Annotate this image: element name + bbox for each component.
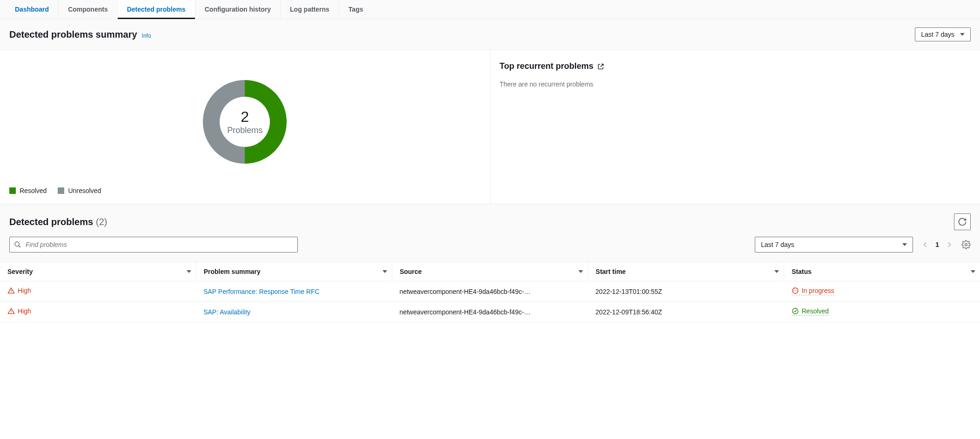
list-title-text: Detected problems xyxy=(9,217,93,227)
list-count: (2) xyxy=(96,217,107,227)
search-wrap xyxy=(9,237,298,253)
col-problem-summary[interactable]: Problem summary xyxy=(196,262,392,281)
donut-chart: 2 Problems xyxy=(9,61,481,182)
tabs-bar: Dashboard Components Detected problems C… xyxy=(0,0,980,19)
severity-text: High xyxy=(18,307,31,315)
recurrent-panel: Top recurrent problems There are no recu… xyxy=(490,50,980,204)
start-time-text: 2022-12-09T18:56:40Z xyxy=(596,308,662,316)
recurrent-title: Top recurrent problems xyxy=(500,61,971,71)
chevron-down-icon xyxy=(902,243,907,246)
swatch-unresolved xyxy=(58,187,64,194)
refresh-icon xyxy=(958,217,967,226)
list-title: Detected problems (2) xyxy=(9,217,107,227)
sort-icon xyxy=(774,270,779,273)
in-progress-icon xyxy=(792,287,799,294)
status-badge: In progress xyxy=(792,287,834,295)
source-text: netweavercomponent-HE4-9da46bcb-f49c-… xyxy=(399,288,530,295)
info-link[interactable]: Info xyxy=(142,33,151,39)
col-status-label: Status xyxy=(792,268,812,275)
svg-point-11 xyxy=(11,313,11,313)
legend-unresolved-label: Unresolved xyxy=(68,187,101,194)
table-row: High SAP Performance: Response Time RFC … xyxy=(0,281,980,302)
source-text: netweavercomponent-HE4-9da46bcb-f49c-… xyxy=(399,308,530,316)
start-time-text: 2022-12-13T01:00:55Z xyxy=(596,288,662,295)
status-badge: Resolved xyxy=(792,307,829,316)
sort-icon xyxy=(971,270,975,273)
col-source[interactable]: Source xyxy=(392,262,588,281)
svg-point-9 xyxy=(796,290,797,291)
list-header-row: Detected problems (2) xyxy=(9,213,971,230)
table-header-row: Severity Problem summary Source Start ti… xyxy=(0,262,980,281)
list-section: Detected problems (2) Last 7 days 1 xyxy=(0,204,980,262)
tab-detected-problems[interactable]: Detected problems xyxy=(118,0,195,19)
sort-icon xyxy=(383,270,387,273)
svg-point-8 xyxy=(795,290,796,291)
severity-badge: High xyxy=(7,307,31,315)
table-settings-button[interactable] xyxy=(961,240,971,249)
legend-resolved: Resolved xyxy=(9,187,47,194)
page-next-button[interactable] xyxy=(945,240,954,249)
problem-summary-link[interactable]: SAP: Availability xyxy=(203,308,250,316)
status-text: In progress xyxy=(802,287,834,294)
warning-icon xyxy=(7,307,15,315)
legend-unresolved: Unresolved xyxy=(58,187,101,194)
search-input[interactable] xyxy=(9,237,298,253)
col-source-label: Source xyxy=(400,268,422,275)
donut-panel: 2 Problems Resolved Unresolved xyxy=(0,50,490,204)
list-time-range-label: Last 7 days xyxy=(761,241,794,248)
page-number: 1 xyxy=(935,241,939,248)
problem-summary-link[interactable]: SAP Performance: Response Time RFC xyxy=(203,288,320,295)
tab-log-patterns[interactable]: Log patterns xyxy=(281,0,339,19)
time-range-dropdown[interactable]: Last 7 days xyxy=(915,27,971,41)
search-icon xyxy=(14,241,21,248)
external-link-icon[interactable] xyxy=(597,63,604,70)
chart-legend: Resolved Unresolved xyxy=(9,182,481,194)
tab-tags[interactable]: Tags xyxy=(339,0,373,19)
donut-label: Problems xyxy=(227,126,262,135)
swatch-resolved xyxy=(9,187,16,194)
refresh-button[interactable] xyxy=(954,213,971,230)
donut-center: 2 Problems xyxy=(227,108,262,135)
sort-icon xyxy=(187,270,191,273)
summary-body: 2 Problems Resolved Unresolved Top recur… xyxy=(0,50,980,204)
status-text: Resolved xyxy=(802,307,829,315)
svg-line-2 xyxy=(19,246,20,247)
svg-point-7 xyxy=(793,290,794,291)
col-problem-summary-label: Problem summary xyxy=(204,268,261,275)
warning-icon xyxy=(7,287,15,294)
svg-point-12 xyxy=(792,308,798,314)
donut-value: 2 xyxy=(227,108,262,126)
recurrent-title-text: Top recurrent problems xyxy=(500,61,594,71)
recurrent-empty-text: There are no recurrent problems xyxy=(500,80,971,88)
col-status[interactable]: Status xyxy=(784,262,980,281)
list-time-range-dropdown[interactable]: Last 7 days xyxy=(755,237,913,253)
time-range-label: Last 7 days xyxy=(921,31,954,38)
pagination: 1 xyxy=(920,240,954,249)
page-prev-button[interactable] xyxy=(920,240,930,249)
resolved-icon xyxy=(792,307,799,315)
svg-point-5 xyxy=(11,292,11,293)
summary-header: Detected problems summary Info Last 7 da… xyxy=(0,19,980,50)
problems-table: Severity Problem summary Source Start ti… xyxy=(0,262,980,322)
severity-badge: High xyxy=(7,287,31,294)
summary-title: Detected problems summary xyxy=(9,29,137,40)
severity-text: High xyxy=(18,287,31,294)
tab-configuration-history[interactable]: Configuration history xyxy=(195,0,281,19)
table-row: High SAP: Availability netweavercomponen… xyxy=(0,302,980,322)
summary-title-wrap: Detected problems summary Info xyxy=(9,29,151,40)
list-toolbar: Last 7 days 1 xyxy=(9,237,971,253)
tab-components[interactable]: Components xyxy=(59,0,118,19)
legend-resolved-label: Resolved xyxy=(20,187,47,194)
svg-point-1 xyxy=(15,242,19,246)
col-severity-label: Severity xyxy=(7,268,33,275)
tab-dashboard[interactable]: Dashboard xyxy=(6,0,59,19)
sort-icon xyxy=(578,270,583,273)
col-start-time-label: Start time xyxy=(596,268,626,275)
svg-point-3 xyxy=(965,244,967,246)
chevron-down-icon xyxy=(960,33,965,36)
col-start-time[interactable]: Start time xyxy=(588,262,784,281)
col-severity[interactable]: Severity xyxy=(0,262,196,281)
